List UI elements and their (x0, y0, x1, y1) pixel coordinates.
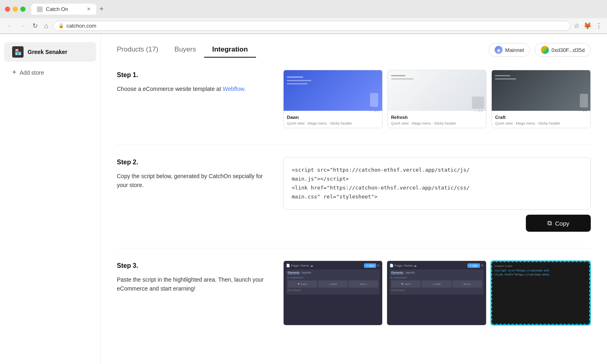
tab-bar: Catch On ✕ + (31, 3, 602, 15)
add-store-label: Add store (20, 69, 44, 76)
step1-content: Step 1. Choose a eCommerce wesite templa… (117, 70, 591, 128)
wf-header-1: 📄 Page: Home ☁ +Add ✕ (286, 263, 380, 268)
maximize-button[interactable] (20, 6, 26, 12)
copy-label: Copy (555, 220, 569, 227)
browser-tab[interactable]: Catch On ✕ (31, 4, 96, 15)
traffic-lights (5, 6, 26, 12)
template-tags-refresh: Quick view · Mega menu · Sticky header (391, 121, 483, 125)
divider-2 (117, 248, 591, 248)
custom-code-panel: Custom Code: <script src="https://catcho… (491, 261, 590, 325)
app-layout: 🏪 Greek Senaker + Add store Products (17… (0, 34, 607, 364)
wf-panel-tabs-2: Elements Layouts (391, 271, 482, 274)
copy-button-area: ⧉ Copy (283, 215, 591, 232)
wf-dropdown-component[interactable]: Drop ▼ (349, 280, 378, 288)
wf-form-label: Form Button (288, 289, 378, 291)
wf-add-btn-1[interactable]: +Add (364, 263, 377, 268)
close-button[interactable] (5, 6, 10, 12)
add-store-button[interactable]: + Add store (4, 65, 96, 80)
refresh-button[interactable]: ↻ (31, 21, 39, 30)
extension-icon[interactable]: 🦊 (583, 22, 592, 30)
wf-video-component[interactable]: 📹 Video (318, 280, 348, 288)
custom-code-card: Custom Code: <script src="https://catcho… (491, 261, 591, 325)
wf-add-btn-2[interactable]: +Add (467, 263, 480, 268)
step1-section: Step 1. Choose a eCommerce wesite templa… (117, 70, 591, 128)
step1-title: Step 1. (117, 70, 271, 80)
copy-icon: ⧉ (547, 220, 552, 227)
minimize-button[interactable] (13, 6, 18, 12)
cc-line-2: <link href="https://catchon-eths (495, 273, 587, 277)
wf-page-label-2: 📄 Page: Home ☁ (390, 264, 417, 267)
step3-section: Step 3. Paste the script in the hightlig… (117, 261, 591, 325)
wf-close-btn[interactable]: ✕ (377, 264, 380, 267)
tab-close-icon[interactable]: ✕ (87, 6, 90, 12)
toolbar-right: ☆ 🦊 ⋮ (574, 22, 602, 30)
step1-description: Choose a eCommerce wesite template at (117, 86, 221, 92)
wf-components-label-2: ▸ Components (391, 276, 482, 279)
phone-decoration (370, 93, 378, 107)
wf-tab-layouts-2[interactable]: Layouts (405, 271, 415, 274)
wf-panel-1: Elements Layouts ▸ Components 🔍 Search 📹… (286, 269, 380, 295)
copy-button[interactable]: ⧉ Copy (526, 215, 591, 232)
step3-previews: 📄 Page: Home ☁ +Add ✕ Elements (283, 261, 591, 325)
step3-description: Paste the script in the hightlighted are… (117, 276, 264, 292)
network-label: Mainnet (505, 47, 524, 53)
wf-dropdown-component-2[interactable]: Drop ▼ (452, 280, 482, 288)
wf-component-grid-2: 🔍 Search 📹 Video Drop ▼ (391, 280, 482, 288)
new-tab-button[interactable]: + (96, 3, 107, 15)
webflow-link[interactable]: Webflow. (223, 86, 246, 92)
wf-tab-elements[interactable]: Elements (288, 271, 299, 274)
cc-code-content: <script src="https://catchon-eth <link h… (495, 269, 587, 277)
template-name-refresh: Refresh (391, 115, 408, 120)
webflow-mockup-2: 📄 Page: Home ☁ +Add ✕ Elements (387, 261, 486, 325)
template-card-craft[interactable]: Craft Free Quick view · Mega menu · Stic… (491, 70, 591, 128)
wf-search-component-2[interactable]: 🔍 Search (391, 280, 421, 288)
step2-description: Copy the script below, generated by Catc… (117, 173, 263, 188)
phone-decoration-craft (580, 94, 588, 108)
step2-text: Step 2. Copy the script below, generated… (117, 157, 271, 190)
sidebar: 🏪 Greek Senaker + Add store (0, 34, 101, 364)
tab-title: Catch On (46, 6, 68, 12)
home-button[interactable]: ⌂ (43, 22, 50, 30)
wf-mockup-2: 📄 Page: Home ☁ +Add ✕ Elements (387, 261, 486, 325)
tab-products[interactable]: Products (17) (117, 42, 166, 58)
wf-search-component[interactable]: 🔍 Search (288, 280, 317, 288)
wallet-address: 0xd30F...d35d (551, 47, 585, 53)
tab-buyers[interactable]: Buyers (166, 42, 204, 58)
browser-titlebar: Catch On ✕ + (0, 0, 607, 18)
template-info-craft: Craft Free Quick view · Mega menu · Stic… (492, 111, 590, 128)
address-bar[interactable]: 🔒 catchon.com (53, 21, 570, 31)
cc-title: Custom Code: (495, 265, 587, 267)
tab-favicon (37, 6, 43, 12)
template-thumb-craft (492, 70, 590, 111)
template-name-craft: Craft (495, 115, 506, 120)
more-options-icon[interactable]: ⋮ (596, 22, 602, 30)
sidebar-store-item[interactable]: 🏪 Greek Senaker (4, 42, 96, 62)
store-name: Greek Senaker (28, 49, 67, 55)
tab-integration[interactable]: Integration (204, 42, 256, 58)
code-line-4: main.css" rel="stylesheet"> (292, 192, 582, 201)
wf-tab-elements-2[interactable]: Elements (391, 271, 403, 274)
template-thumb-dawn (284, 70, 382, 111)
wf-video-component-2[interactable]: 📹 Video (422, 280, 451, 288)
wf-panel-2: Elements Layouts ▸ Components 🔍 Search 📹… (390, 269, 483, 295)
forward-button[interactable]: → (18, 22, 28, 30)
template-card-dawn[interactable]: Dawn Free Quick view · Mega menu · Stick… (283, 70, 383, 128)
back-button[interactable]: ← (5, 22, 15, 30)
wf-panel-tabs-1: Elements Layouts (288, 271, 378, 274)
lock-icon: 🔒 (58, 23, 64, 28)
wf-form-btn-label-2: Form Button (391, 289, 482, 291)
wf-tab-layouts[interactable]: Layouts (301, 271, 311, 274)
wf-components-label: ▸ Components (288, 276, 378, 279)
step2-content: Step 2. Copy the script below, generated… (117, 157, 591, 232)
wallet-badge[interactable]: 0xd30F...d35d (535, 43, 591, 57)
template-tags-dawn: Quick view · Mega menu · Sticky header (287, 121, 379, 125)
wf-close-btn-2[interactable]: ✕ (481, 264, 484, 267)
bookmark-icon[interactable]: ☆ (574, 22, 579, 30)
code-box: <script src="https://catchon-ethsf.verce… (283, 157, 591, 210)
code-line-3: <link href="https://catchon-ethsf.vercel… (292, 183, 582, 192)
network-badge[interactable]: ◆ Mainnet (489, 43, 530, 57)
template-card-refresh[interactable]: Refresh Free Quick view · Mega menu · St… (387, 70, 487, 128)
step2-visual: <script src="https://catchon-ethsf.verce… (283, 157, 591, 232)
step1-visual: Dawn Free Quick view · Mega menu · Stick… (283, 70, 591, 128)
nav-tabs: Products (17) Buyers Integration (117, 42, 256, 58)
